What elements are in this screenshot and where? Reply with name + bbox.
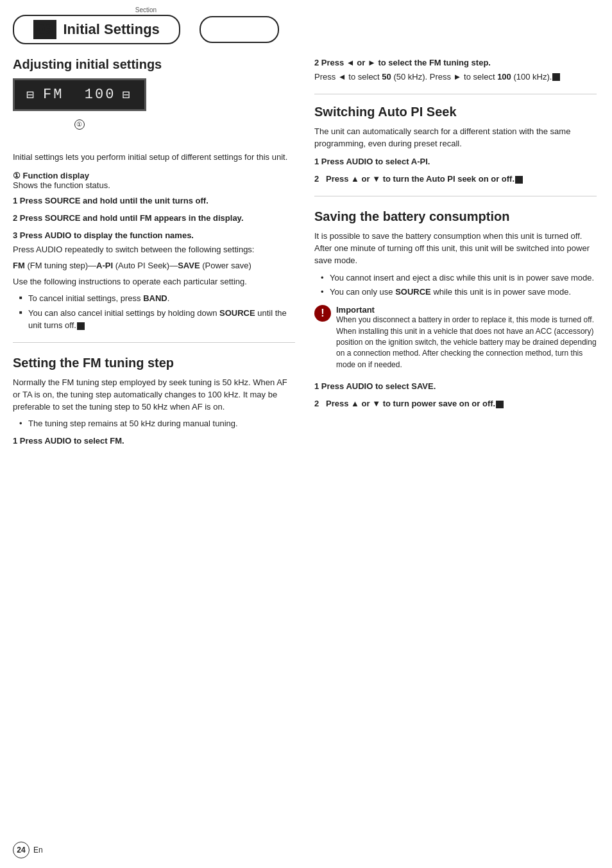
step3-instructions: Use the following instructions to operat… bbox=[13, 276, 295, 288]
battery-intro: It is possible to save the battery consu… bbox=[314, 230, 597, 267]
func-display-label: ① Function display bbox=[13, 171, 89, 180]
right-column: 2 Press ◄ or ► to select the FM tuning s… bbox=[314, 57, 597, 453]
header-title: Initial Settings bbox=[63, 21, 159, 38]
battery-title: Saving the battery consumption bbox=[314, 209, 597, 224]
display-illustration: ⊟ FM 100 ⊟ ① bbox=[13, 78, 146, 130]
step-1: 1 Press SOURCE and hold until the unit t… bbox=[13, 195, 295, 207]
fm-step-2: 2 Press ◄ or ► to select the FM tuning s… bbox=[314, 57, 597, 83]
language-label: En bbox=[33, 846, 43, 855]
func-display-desc: Shows the function status. bbox=[13, 180, 110, 190]
fm-step2-heading: 2 Press ◄ or ► to select the FM tuning s… bbox=[314, 57, 597, 69]
section-label: Section bbox=[135, 6, 157, 13]
header-right-box bbox=[200, 16, 279, 43]
adjusting-title: Adjusting initial settings bbox=[13, 57, 295, 72]
fm-title: Setting the FM tuning step bbox=[13, 356, 295, 370]
battery-step-1: 1 Press AUDIO to select SAVE. bbox=[314, 381, 597, 393]
auto-pi-step1-heading: 1 Press AUDIO to select A-PI. bbox=[314, 156, 597, 168]
auto-pi-step2-heading: 2 Press ▲ or ▼ to turn the Auto PI seek … bbox=[314, 173, 597, 186]
divider-2 bbox=[314, 94, 597, 94]
auto-pi-step-1: 1 Press AUDIO to select A-PI. bbox=[314, 156, 597, 168]
header-title-box: 09 Initial Settings bbox=[13, 15, 180, 44]
step3-heading: 3 Press AUDIO to display the function na… bbox=[13, 230, 295, 242]
step3-desc: Press AUDIO repeatedly to switch between… bbox=[13, 244, 295, 256]
page-header: Section 09 Initial Settings bbox=[0, 0, 612, 44]
battery-dot-2: You can only use SOURCE while this unit … bbox=[321, 286, 597, 299]
divider-3 bbox=[314, 196, 597, 196]
left-column: Adjusting initial settings ⊟ FM 100 ⊟ ① … bbox=[13, 57, 295, 453]
battery-step-2: 2 Press ▲ or ▼ to turn power save on or … bbox=[314, 398, 597, 410]
auto-pi-step-2: 2 Press ▲ or ▼ to turn the Auto PI seek … bbox=[314, 173, 597, 186]
section-number-wrapper: Section 09 Initial Settings bbox=[13, 6, 279, 44]
divider-1 bbox=[13, 342, 295, 343]
circle-num-1: ① bbox=[74, 119, 85, 130]
footer: 24 En bbox=[13, 842, 43, 858]
bullet-item-1: To cancel initial settings, press BAND. bbox=[19, 293, 295, 305]
fm-intro: Normally the FM tuning step employed by … bbox=[13, 377, 295, 413]
function-display-item: ① Function display Shows the function st… bbox=[13, 171, 295, 190]
intro-text: Initial settings lets you perform initia… bbox=[13, 152, 295, 164]
page-number: 24 bbox=[13, 842, 30, 858]
step3-settings: FM (FM tuning step)—A-PI (Auto PI Seek)—… bbox=[13, 260, 295, 272]
step-2: 2 Press SOURCE and hold until FM appears… bbox=[13, 213, 295, 225]
fm-step-1: 1 Press AUDIO to select FM. bbox=[13, 435, 295, 447]
important-box: ! Important When you disconnect a batter… bbox=[314, 305, 597, 374]
important-text: When you disconnect a battery in order t… bbox=[336, 315, 597, 370]
fm-step1-heading: 1 Press AUDIO to select FM. bbox=[13, 435, 295, 447]
bullet-list: To cancel initial settings, press BAND. … bbox=[13, 293, 295, 332]
important-svg-icon: ! bbox=[314, 305, 331, 322]
step2-heading: 2 Press SOURCE and hold until FM appears… bbox=[13, 213, 295, 225]
battery-dot-1: You cannot insert and eject a disc while… bbox=[321, 272, 597, 284]
important-label: Important bbox=[336, 305, 597, 315]
display-box: ⊟ FM 100 ⊟ bbox=[13, 78, 146, 111]
main-content: Adjusting initial settings ⊟ FM 100 ⊟ ① … bbox=[0, 44, 612, 465]
important-content: Important When you disconnect a battery … bbox=[336, 305, 597, 374]
battery-dot-list: You cannot insert and eject a disc while… bbox=[314, 272, 597, 299]
intro-section: Initial settings lets you perform initia… bbox=[13, 152, 295, 164]
fm-dot-list: The tuning step remains at 50 kHz during… bbox=[13, 418, 295, 430]
section-badge: 09 bbox=[33, 20, 56, 39]
auto-pi-intro: The unit can automatically search for a … bbox=[314, 126, 597, 150]
step-3: 3 Press AUDIO to display the function na… bbox=[13, 230, 295, 288]
bullet-item-2: You can also cancel initial settings by … bbox=[19, 308, 295, 332]
display-text: FM 100 bbox=[43, 87, 115, 103]
step1-heading: 1 Press SOURCE and hold until the unit t… bbox=[13, 195, 295, 207]
display-icon-left: ⊟ bbox=[26, 87, 37, 103]
svg-text:!: ! bbox=[321, 308, 324, 318]
fm-step2-desc: Press ◄ to select 50 (50 kHz). Press ► t… bbox=[314, 71, 597, 83]
battery-step2-heading: 2 Press ▲ or ▼ to turn power save on or … bbox=[314, 398, 597, 410]
fm-dot-1: The tuning step remains at 50 kHz during… bbox=[19, 418, 295, 430]
display-icon-right: ⊟ bbox=[122, 87, 132, 103]
battery-step1-heading: 1 Press AUDIO to select SAVE. bbox=[314, 381, 597, 393]
important-icon: ! bbox=[314, 305, 331, 322]
auto-pi-title: Switching Auto PI Seek bbox=[314, 105, 597, 119]
